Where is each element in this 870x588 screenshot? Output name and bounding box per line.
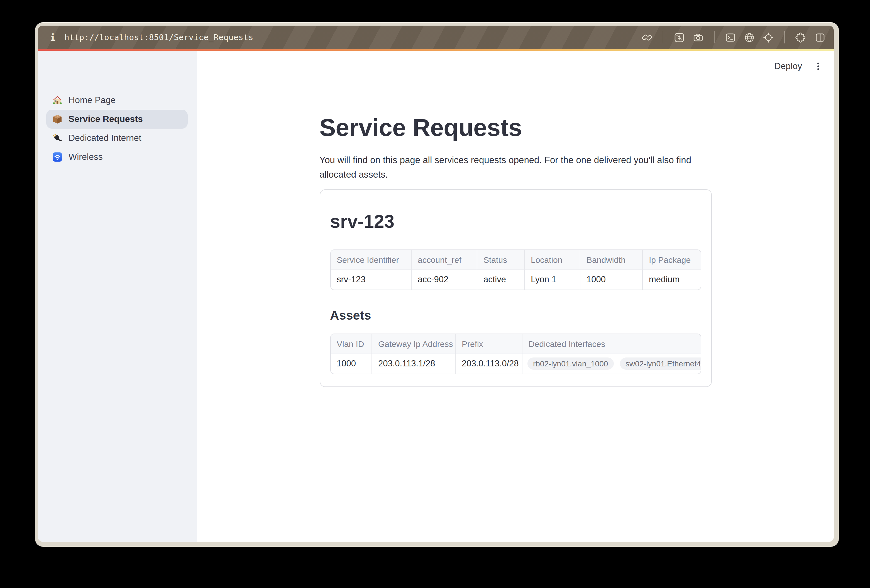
- deploy-button[interactable]: Deploy: [774, 61, 802, 71]
- link-icon[interactable]: [641, 31, 653, 43]
- cell-vlan-id: 1000: [331, 354, 372, 374]
- app-header: Deploy: [764, 51, 834, 82]
- sidebar-item-label: Wireless: [69, 152, 103, 162]
- sidebar-item-wireless[interactable]: Wireless: [46, 147, 188, 167]
- column-header: Status: [477, 250, 524, 269]
- camera-icon[interactable]: [692, 31, 704, 43]
- cell-location: Lyon 1: [524, 269, 580, 290]
- package-icon: [52, 113, 63, 125]
- column-header: Gateway Ip Address: [372, 334, 455, 354]
- sidebar-item-home-page[interactable]: Home Page: [46, 91, 188, 110]
- kebab-menu-icon[interactable]: [813, 59, 823, 73]
- wireless-icon: [52, 152, 63, 162]
- column-header: Bandwidth: [580, 250, 642, 269]
- sidebar-item-label: Dedicated Internet: [69, 133, 142, 143]
- table-row: 1000 203.0.113.1/28 203.0.113.0/28 rb02-…: [331, 354, 701, 374]
- column-header: Service Identifier: [331, 250, 411, 269]
- page-description: You will find on this page all services …: [319, 153, 712, 182]
- browser-window: i http://localhost:8501/Service_Requests: [35, 22, 839, 547]
- cell-dedicated-interfaces: rb02-lyn01.vlan_1000 sw02-lyn01.Ethernet…: [522, 354, 701, 374]
- toolbar-separator: [714, 31, 715, 43]
- service-id-title: srv-123: [330, 210, 701, 233]
- screen: i http://localhost:8501/Service_Requests: [0, 0, 870, 588]
- interface-badge: sw02-lyn01.Ethernet4: [620, 358, 701, 370]
- service-request-card: srv-123 Service Identifie: [319, 189, 712, 387]
- cell-ip-package: medium: [642, 269, 701, 290]
- assets-table: Vlan ID Gateway Ip Address Prefix Dedica…: [330, 333, 701, 374]
- plug-icon: [52, 132, 63, 144]
- toolbar-separator: [784, 31, 785, 43]
- assets-title: Assets: [330, 308, 701, 323]
- cell-account-ref: acc-902: [411, 269, 477, 290]
- cell-bandwidth: 1000: [580, 269, 642, 290]
- window-chrome: i http://localhost:8501/Service_Requests: [38, 25, 834, 542]
- cell-service-identifier: srv-123: [331, 269, 411, 290]
- column-header: Ip Package: [642, 250, 701, 269]
- wallpaper-icon[interactable]: [673, 31, 685, 43]
- toolbar-separator: [663, 31, 663, 43]
- table-header-row: Vlan ID Gateway Ip Address Prefix Dedica…: [331, 334, 701, 354]
- column-header: account_ref: [411, 250, 477, 269]
- info-icon: i: [50, 32, 55, 43]
- terminal-icon[interactable]: [725, 31, 736, 43]
- table-header-row: Service Identifier account_ref Status Lo…: [331, 250, 701, 269]
- service-table: Service Identifier account_ref Status Lo…: [330, 249, 701, 290]
- title-bar: i http://localhost:8501/Service_Requests: [38, 25, 834, 49]
- column-header: Vlan ID: [331, 334, 372, 354]
- interface-badge: rb02-lyn01.vlan_1000: [527, 358, 614, 370]
- cell-prefix: 203.0.113.0/28: [455, 354, 522, 374]
- table-row: srv-123 acc-902 active Lyon 1 1000 mediu…: [331, 269, 701, 290]
- sidebar-item-dedicated-internet[interactable]: Dedicated Internet: [46, 129, 188, 147]
- sidebar-item-label: Service Requests: [69, 114, 143, 124]
- page-title: Service Requests: [319, 113, 712, 143]
- sidebar-item-label: Home Page: [69, 95, 116, 105]
- column-header: Dedicated Interfaces: [522, 334, 701, 354]
- globe-icon[interactable]: [743, 31, 755, 43]
- column-header: Location: [524, 250, 580, 269]
- house-icon: [52, 95, 63, 106]
- cell-gateway-ip: 203.0.113.1/28: [372, 354, 455, 374]
- page-content: Service Requests You will find on this p…: [319, 51, 712, 387]
- locate-icon[interactable]: [763, 31, 774, 43]
- column-header: Prefix: [455, 334, 522, 354]
- puzzle-icon[interactable]: [795, 31, 807, 43]
- cell-status: active: [477, 269, 524, 290]
- main-area: Deploy Service Requests You will find on…: [197, 51, 834, 542]
- sidebar-item-service-requests[interactable]: Service Requests: [46, 110, 188, 129]
- split-view-icon[interactable]: [814, 31, 826, 43]
- title-bar-actions: [641, 31, 826, 43]
- sidebar: Home Page Service Requests: [38, 51, 197, 542]
- url-text[interactable]: http://localhost:8501/Service_Requests: [64, 33, 253, 42]
